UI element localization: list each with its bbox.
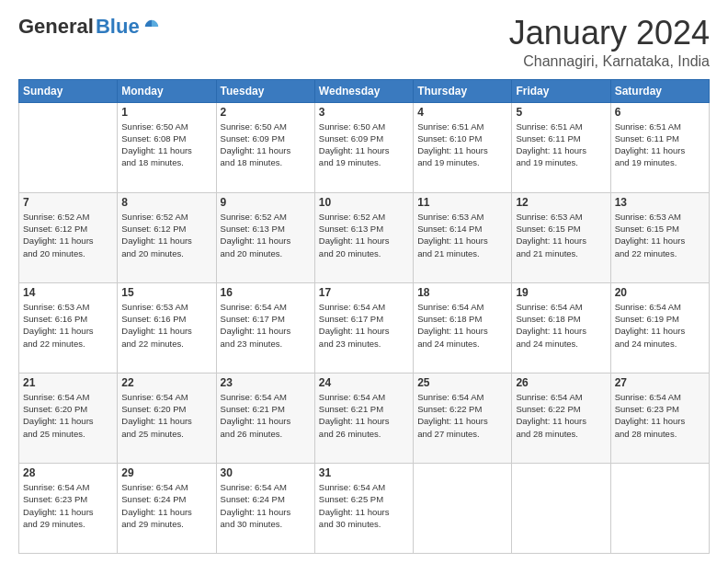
- day-info: Sunrise: 6:54 AMSunset: 6:25 PMDaylight:…: [319, 481, 409, 530]
- day-info: Sunrise: 6:54 AMSunset: 6:22 PMDaylight:…: [516, 391, 606, 440]
- day-info: Sunrise: 6:50 AMSunset: 6:09 PMDaylight:…: [221, 121, 311, 169]
- day-number: 16: [221, 286, 311, 299]
- day-number: 9: [221, 196, 311, 209]
- calendar-cell: 19Sunrise: 6:54 AMSunset: 6:18 PMDayligh…: [512, 282, 610, 373]
- day-number: 7: [23, 196, 113, 209]
- day-info: Sunrise: 6:53 AMSunset: 6:16 PMDaylight:…: [23, 301, 113, 350]
- calendar-cell: 9Sunrise: 6:52 AMSunset: 6:13 PMDaylight…: [216, 192, 314, 282]
- day-number: 12: [516, 196, 606, 209]
- calendar-cell: 20Sunrise: 6:54 AMSunset: 6:19 PMDayligh…: [610, 282, 709, 373]
- day-number: 26: [516, 376, 606, 389]
- logo-icon: [143, 18, 160, 35]
- calendar-cell: 11Sunrise: 6:53 AMSunset: 6:14 PMDayligh…: [414, 192, 512, 282]
- day-number: 4: [417, 106, 507, 119]
- day-number: 24: [319, 376, 409, 389]
- day-number: 30: [221, 466, 311, 479]
- day-info: Sunrise: 6:54 AMSunset: 6:19 PMDaylight:…: [615, 301, 705, 350]
- calendar-week-row: 1Sunrise: 6:50 AMSunset: 6:08 PMDaylight…: [19, 102, 710, 192]
- calendar-cell: 21Sunrise: 6:54 AMSunset: 6:20 PMDayligh…: [19, 373, 118, 463]
- calendar-cell: 30Sunrise: 6:54 AMSunset: 6:24 PMDayligh…: [216, 463, 314, 553]
- day-number: 28: [23, 466, 113, 479]
- calendar-cell: [414, 463, 512, 553]
- day-info: Sunrise: 6:53 AMSunset: 6:15 PMDaylight:…: [615, 211, 705, 259]
- calendar-cell: 15Sunrise: 6:53 AMSunset: 6:16 PMDayligh…: [118, 282, 216, 373]
- day-number: 8: [121, 196, 211, 209]
- calendar-week-row: 28Sunrise: 6:54 AMSunset: 6:23 PMDayligh…: [19, 463, 710, 553]
- calendar-cell: 18Sunrise: 6:54 AMSunset: 6:18 PMDayligh…: [414, 282, 512, 373]
- day-info: Sunrise: 6:54 AMSunset: 6:24 PMDaylight:…: [221, 481, 311, 530]
- calendar-cell: 16Sunrise: 6:54 AMSunset: 6:17 PMDayligh…: [216, 282, 314, 373]
- day-info: Sunrise: 6:54 AMSunset: 6:18 PMDaylight:…: [417, 301, 507, 350]
- logo-blue: Blue: [96, 15, 140, 39]
- day-number: 3: [319, 106, 409, 119]
- calendar-day-header: Tuesday: [216, 79, 314, 102]
- day-number: 25: [417, 376, 507, 389]
- calendar-week-row: 7Sunrise: 6:52 AMSunset: 6:12 PMDaylight…: [19, 192, 710, 282]
- day-info: Sunrise: 6:53 AMSunset: 6:16 PMDaylight:…: [121, 301, 211, 350]
- day-number: 27: [615, 376, 705, 389]
- calendar-cell: [610, 463, 709, 553]
- calendar-header-row: SundayMondayTuesdayWednesdayThursdayFrid…: [19, 79, 710, 102]
- day-info: Sunrise: 6:52 AMSunset: 6:13 PMDaylight:…: [221, 211, 311, 259]
- calendar-day-header: Friday: [512, 79, 610, 102]
- day-info: Sunrise: 6:54 AMSunset: 6:17 PMDaylight:…: [319, 301, 409, 350]
- calendar-cell: 22Sunrise: 6:54 AMSunset: 6:20 PMDayligh…: [118, 373, 216, 463]
- calendar-cell: 25Sunrise: 6:54 AMSunset: 6:22 PMDayligh…: [414, 373, 512, 463]
- calendar-cell: [19, 102, 118, 192]
- calendar-cell: [512, 463, 610, 553]
- page: GeneralBlue January 2024 Channagiri, Kar…: [0, 0, 728, 563]
- day-number: 1: [121, 106, 211, 119]
- calendar-day-header: Sunday: [19, 79, 118, 102]
- day-info: Sunrise: 6:54 AMSunset: 6:23 PMDaylight:…: [615, 391, 705, 440]
- day-info: Sunrise: 6:50 AMSunset: 6:09 PMDaylight:…: [319, 121, 409, 169]
- day-info: Sunrise: 6:54 AMSunset: 6:23 PMDaylight:…: [23, 481, 113, 530]
- day-info: Sunrise: 6:51 AMSunset: 6:10 PMDaylight:…: [417, 121, 507, 169]
- day-number: 18: [417, 286, 507, 299]
- calendar-cell: 2Sunrise: 6:50 AMSunset: 6:09 PMDaylight…: [216, 102, 314, 192]
- day-number: 10: [319, 196, 409, 209]
- calendar-cell: 3Sunrise: 6:50 AMSunset: 6:09 PMDaylight…: [314, 102, 413, 192]
- calendar-cell: 29Sunrise: 6:54 AMSunset: 6:24 PMDayligh…: [118, 463, 216, 553]
- day-number: 11: [417, 196, 507, 209]
- calendar-cell: 27Sunrise: 6:54 AMSunset: 6:23 PMDayligh…: [610, 373, 709, 463]
- day-number: 17: [319, 286, 409, 299]
- day-number: 5: [516, 106, 606, 119]
- day-info: Sunrise: 6:51 AMSunset: 6:11 PMDaylight:…: [516, 121, 606, 169]
- day-number: 31: [319, 466, 409, 479]
- calendar-cell: 6Sunrise: 6:51 AMSunset: 6:11 PMDaylight…: [610, 102, 709, 192]
- day-info: Sunrise: 6:54 AMSunset: 6:20 PMDaylight:…: [121, 391, 211, 440]
- calendar-cell: 10Sunrise: 6:52 AMSunset: 6:13 PMDayligh…: [314, 192, 413, 282]
- day-info: Sunrise: 6:54 AMSunset: 6:21 PMDaylight:…: [319, 391, 409, 440]
- calendar-day-header: Thursday: [414, 79, 512, 102]
- day-number: 14: [23, 286, 113, 299]
- calendar-cell: 17Sunrise: 6:54 AMSunset: 6:17 PMDayligh…: [314, 282, 413, 373]
- logo: GeneralBlue: [18, 15, 160, 39]
- calendar-cell: 28Sunrise: 6:54 AMSunset: 6:23 PMDayligh…: [19, 463, 118, 553]
- calendar-cell: 14Sunrise: 6:53 AMSunset: 6:16 PMDayligh…: [19, 282, 118, 373]
- calendar-table: SundayMondayTuesdayWednesdayThursdayFrid…: [18, 79, 710, 554]
- day-info: Sunrise: 6:52 AMSunset: 6:12 PMDaylight:…: [121, 211, 211, 259]
- day-number: 15: [121, 286, 211, 299]
- calendar-cell: 31Sunrise: 6:54 AMSunset: 6:25 PMDayligh…: [314, 463, 413, 553]
- day-info: Sunrise: 6:52 AMSunset: 6:12 PMDaylight:…: [23, 211, 113, 259]
- calendar-week-row: 14Sunrise: 6:53 AMSunset: 6:16 PMDayligh…: [19, 282, 710, 373]
- day-number: 29: [121, 466, 211, 479]
- day-info: Sunrise: 6:54 AMSunset: 6:21 PMDaylight:…: [221, 391, 311, 440]
- day-info: Sunrise: 6:53 AMSunset: 6:15 PMDaylight:…: [516, 211, 606, 259]
- day-info: Sunrise: 6:54 AMSunset: 6:20 PMDaylight:…: [23, 391, 113, 440]
- day-info: Sunrise: 6:50 AMSunset: 6:08 PMDaylight:…: [121, 121, 211, 169]
- calendar-cell: 12Sunrise: 6:53 AMSunset: 6:15 PMDayligh…: [512, 192, 610, 282]
- month-title: January 2024: [509, 15, 710, 52]
- location: Channagiri, Karnataka, India: [509, 53, 710, 70]
- day-info: Sunrise: 6:53 AMSunset: 6:14 PMDaylight:…: [417, 211, 507, 259]
- calendar-cell: 1Sunrise: 6:50 AMSunset: 6:08 PMDaylight…: [118, 102, 216, 192]
- calendar-cell: 8Sunrise: 6:52 AMSunset: 6:12 PMDaylight…: [118, 192, 216, 282]
- header: GeneralBlue January 2024 Channagiri, Kar…: [18, 15, 710, 70]
- calendar-cell: 24Sunrise: 6:54 AMSunset: 6:21 PMDayligh…: [314, 373, 413, 463]
- day-number: 2: [221, 106, 311, 119]
- day-info: Sunrise: 6:54 AMSunset: 6:18 PMDaylight:…: [516, 301, 606, 350]
- calendar-day-header: Monday: [118, 79, 216, 102]
- title-section: January 2024 Channagiri, Karnataka, Indi…: [509, 15, 710, 70]
- day-info: Sunrise: 6:52 AMSunset: 6:13 PMDaylight:…: [319, 211, 409, 259]
- day-info: Sunrise: 6:54 AMSunset: 6:24 PMDaylight:…: [121, 481, 211, 530]
